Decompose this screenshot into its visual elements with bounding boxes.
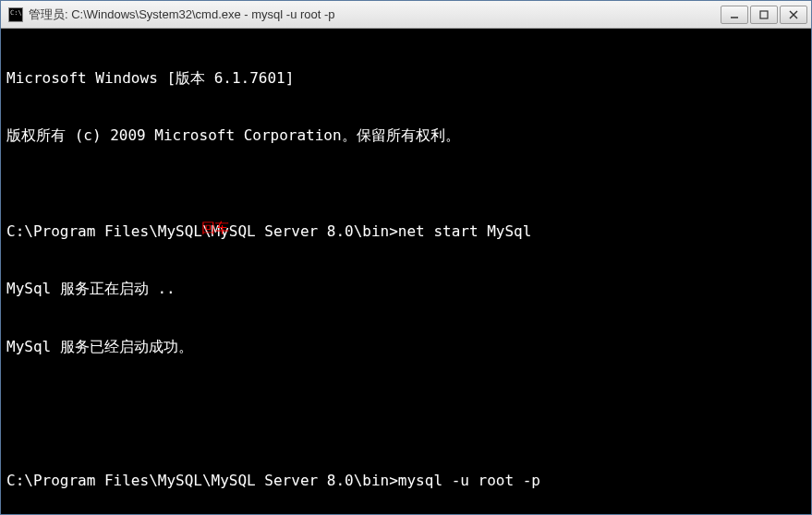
maximize-button[interactable] [750, 6, 778, 24]
svg-rect-1 [760, 11, 768, 18]
titlebar[interactable]: 管理员: C:\Windows\System32\cmd.exe - mysql… [1, 1, 811, 29]
terminal-line: MySql 服务正在启动 .. [6, 280, 806, 299]
close-icon [789, 10, 798, 19]
window-controls [721, 6, 807, 24]
annotation-enter: 回车 [201, 219, 229, 237]
terminal-line: C:\Program Files\MySQL\MySQL Server 8.0\… [6, 472, 806, 491]
minimize-icon [730, 10, 739, 19]
cmd-icon [8, 7, 23, 22]
terminal-area[interactable]: Microsoft Windows [版本 6.1.7601] 版权所有 (c)… [1, 29, 811, 514]
minimize-button[interactable] [721, 6, 748, 24]
terminal-line: MySql 服务已经启动成功。 [6, 338, 806, 357]
terminal-line: Microsoft Windows [版本 6.1.7601] [6, 69, 806, 89]
terminal-line: 版权所有 (c) 2009 Microsoft Corporation。保留所有… [6, 126, 806, 146]
terminal-line: C:\Program Files\MySQL\MySQL Server 8.0\… [6, 222, 806, 242]
cmd-window: 管理员: C:\Windows\System32\cmd.exe - mysql… [0, 0, 812, 515]
close-button[interactable] [780, 6, 807, 24]
window-title: 管理员: C:\Windows\System32\cmd.exe - mysql… [29, 6, 721, 23]
maximize-icon [759, 10, 769, 19]
